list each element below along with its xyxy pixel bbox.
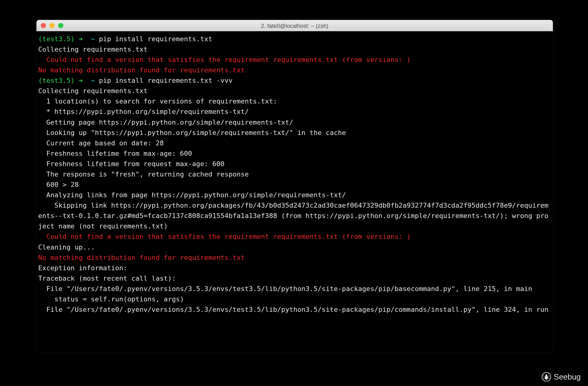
output-line: Collecting requirements.txt xyxy=(38,44,551,55)
output-error-line: Could not find a version that satisfies … xyxy=(38,232,551,242)
output-line: Freshness lifetime from max-age: 600 xyxy=(38,148,551,159)
window-titlebar: 2. fate0@localhost: ~ (zsh) xyxy=(36,20,553,31)
output-line: Exception information: xyxy=(38,263,551,273)
traffic-lights xyxy=(41,23,63,28)
output-line: 1 location(s) to search for versions of … xyxy=(38,96,551,107)
minimize-icon[interactable] xyxy=(50,23,55,28)
window-title: 2. fate0@localhost: ~ (zsh) xyxy=(36,22,553,29)
output-error-line: No matching distribution found for requi… xyxy=(38,253,551,263)
watermark-text: Seebug xyxy=(554,372,581,381)
output-line: * https://pypi.python.org/simple/require… xyxy=(38,107,551,117)
svg-point-1 xyxy=(545,376,548,380)
output-line: Looking up "https://pypi.python.org/simp… xyxy=(38,128,551,138)
output-line: The response is "fresh", returning cache… xyxy=(38,169,551,180)
output-line: Analyzing links from page https://pypi.p… xyxy=(38,190,551,200)
command-text: pip install requirements.txt -vvv xyxy=(99,77,233,85)
output-line: 600 > 28 xyxy=(38,180,551,190)
output-error-line: No matching distribution found for requi… xyxy=(38,65,551,75)
prompt-arrow-icon: ➜ xyxy=(79,35,83,43)
output-line: Freshness lifetime from request max-age:… xyxy=(38,159,551,169)
cwd-label: ~ xyxy=(91,35,95,43)
prompt-arrow-icon: ➜ xyxy=(79,77,83,85)
venv-label: (test3.5) xyxy=(38,77,75,85)
output-line: Cleaning up... xyxy=(38,242,551,253)
prompt-line: (test3.5) ➜ ~ pip install requirements.t… xyxy=(38,34,551,44)
bug-icon xyxy=(542,372,551,381)
zoom-icon[interactable] xyxy=(58,23,63,28)
prompt-line: (test3.5) ➜ ~ pip install requirements.t… xyxy=(38,75,551,86)
command-text: pip install requirements.txt xyxy=(99,35,212,43)
watermark: Seebug xyxy=(542,372,581,381)
output-line: File "/Users/fate0/.pyenv/versions/3.5.3… xyxy=(38,304,551,315)
terminal-window: 2. fate0@localhost: ~ (zsh) (test3.5) ➜ … xyxy=(36,20,553,352)
output-line: File "/Users/fate0/.pyenv/versions/3.5.3… xyxy=(38,284,551,294)
output-line: Current age based on date: 28 xyxy=(38,138,551,148)
venv-label: (test3.5) xyxy=(38,35,75,43)
terminal-output[interactable]: (test3.5) ➜ ~ pip install requirements.t… xyxy=(36,31,553,352)
cwd-label: ~ xyxy=(91,77,95,85)
output-error-line: Could not find a version that satisfies … xyxy=(38,55,551,65)
svg-line-3 xyxy=(543,376,544,377)
close-icon[interactable] xyxy=(41,23,46,28)
svg-line-5 xyxy=(543,378,544,378)
output-line: Skipping link https://pypi.python.org/pa… xyxy=(38,200,551,231)
output-line: Getting page https://pypi.python.org/sim… xyxy=(38,117,551,128)
svg-line-4 xyxy=(548,376,549,377)
output-line: Traceback (most recent call last): xyxy=(38,273,551,284)
output-line: status = self.run(options, args) xyxy=(38,294,551,304)
output-line: Collecting requirements.txt xyxy=(38,86,551,96)
svg-point-2 xyxy=(546,374,547,376)
svg-line-6 xyxy=(548,378,549,378)
